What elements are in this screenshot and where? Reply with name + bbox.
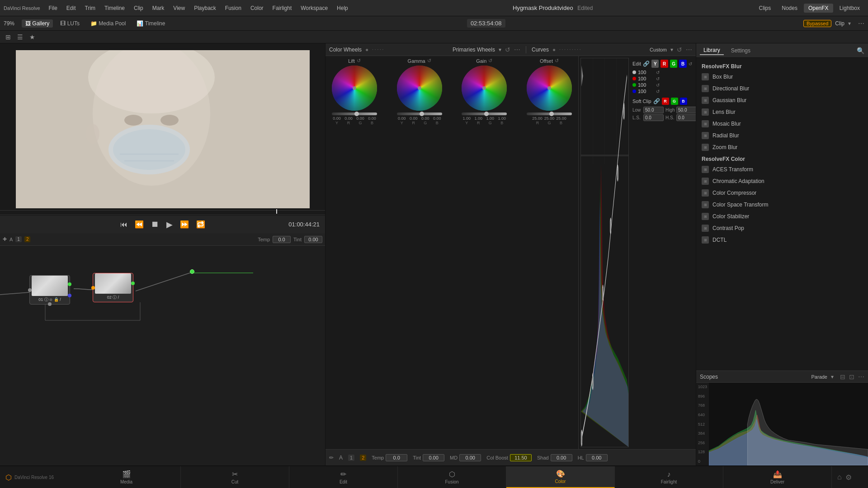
lift-slider[interactable]	[332, 113, 377, 115]
menu-file[interactable]: File	[46, 4, 61, 12]
tint-input[interactable]	[423, 454, 444, 461]
transport-stop[interactable]: ⏹	[151, 220, 159, 229]
menu-edit[interactable]: Edit	[63, 4, 79, 12]
clip-chevron[interactable]: ▾	[848, 20, 851, 27]
softclip-r-btn[interactable]: R	[662, 98, 669, 105]
library-item-radial-blur[interactable]: ⊞ Radial Blur	[696, 130, 868, 141]
curves-display[interactable]	[580, 58, 629, 447]
node-tint-input[interactable]	[304, 236, 322, 243]
star-icon[interactable]: ★	[28, 33, 37, 42]
softclip-low-input[interactable]	[643, 107, 664, 113]
curve-reset-2[interactable]: ↺	[656, 76, 660, 81]
more-options-btn[interactable]: ⋯	[858, 20, 864, 27]
channel-b-btn[interactable]: B	[679, 60, 687, 68]
nav-cut[interactable]: ✂ Cut	[181, 466, 289, 488]
gain-wheel-center[interactable]	[482, 86, 486, 90]
hl-input[interactable]	[586, 454, 608, 461]
color-flag-2[interactable]: 2	[360, 455, 366, 461]
library-item-chromatic-adaptation[interactable]: ⊞ Chromatic Adaptation	[696, 175, 868, 187]
menu-fusion[interactable]: Fusion	[222, 4, 245, 12]
preview-area[interactable]	[0, 43, 325, 215]
gallery-btn[interactable]: 🖼 Gallery	[22, 19, 53, 28]
primaries-chevron[interactable]: ▾	[499, 47, 501, 53]
library-item-aces[interactable]: ⊞ ACES Transform	[696, 164, 868, 175]
grid-icon[interactable]: ⊞	[4, 33, 13, 42]
node-temp-input[interactable]	[273, 236, 291, 243]
node-flag-2[interactable]: 2	[24, 236, 31, 242]
scopes-icon-1[interactable]: ⊟	[840, 373, 845, 380]
nav-fusion[interactable]: ⬡ Fusion	[398, 466, 506, 488]
menu-trim[interactable]: Trim	[82, 4, 99, 12]
softclip-ls-input[interactable]	[643, 114, 664, 121]
primaries-reset[interactable]: ↺	[505, 46, 510, 53]
node-2[interactable]: 02 ⓘ /	[93, 273, 133, 302]
node-2-output-green[interactable]	[131, 282, 135, 285]
node-flag-1[interactable]: 1	[15, 236, 22, 242]
transport-play[interactable]: ▶	[166, 220, 173, 230]
node-tool-curve[interactable]: A	[9, 237, 13, 242]
tab-lightbox[interactable]: Lightbox	[835, 4, 864, 13]
softclip-b-btn[interactable]: B	[680, 98, 687, 105]
shad-input[interactable]	[551, 454, 572, 461]
curves-mode-chevron[interactable]: ▾	[670, 47, 673, 53]
library-item-zoom-blur[interactable]: ⊞ Zoom Blur	[696, 141, 868, 153]
curves-more[interactable]: ⋯	[686, 46, 692, 53]
color-track-1[interactable]: 1	[348, 455, 354, 461]
library-item-color-compressor[interactable]: ⊞ Color Compressor	[696, 187, 868, 199]
gain-color-wheel[interactable]	[462, 66, 507, 111]
library-item-directional-blur[interactable]: ⊞ Directional Blur	[696, 83, 868, 94]
node-editor[interactable]: ✚ A 1 2 Temp Tint	[0, 233, 325, 465]
offset-reset[interactable]: ↺	[555, 58, 559, 64]
curve-reset-1[interactable]: ↺	[656, 70, 660, 75]
tab-nodes[interactable]: Nodes	[777, 4, 802, 13]
gain-reset[interactable]: ↺	[488, 58, 492, 64]
menu-fairlight[interactable]: Fairlight	[269, 4, 295, 12]
channel-g-btn[interactable]: G	[670, 60, 678, 68]
scrubber-area[interactable]	[0, 210, 325, 215]
menu-playback[interactable]: Playback	[191, 4, 219, 12]
nav-deliver[interactable]: 📤 Deliver	[723, 466, 832, 488]
offset-wheel-center[interactable]	[547, 86, 551, 90]
temp-input[interactable]	[386, 454, 407, 461]
menu-workspace[interactable]: Workspace	[297, 4, 331, 12]
scopes-icon-2[interactable]: ⊡	[849, 373, 854, 380]
node-1-output-bottom[interactable]	[48, 302, 52, 306]
softclip-hs-input[interactable]	[676, 114, 696, 121]
scopes-icon-3[interactable]: ⋯	[858, 373, 864, 380]
library-item-box-blur[interactable]: ⊞ Box Blur	[696, 71, 868, 83]
transport-prev[interactable]: ⏪	[135, 220, 144, 229]
library-item-color-stabilizer[interactable]: ⊞ Color Stabilizer	[696, 211, 868, 222]
transport-next[interactable]: ⏩	[180, 220, 189, 229]
menu-clip[interactable]: Clip	[131, 4, 146, 12]
primaries-more[interactable]: ⋯	[514, 46, 520, 53]
nav-color[interactable]: 🎨 Color	[506, 466, 615, 488]
library-item-dctl[interactable]: ⊞ DCTL	[696, 234, 868, 246]
node-output-endpoint[interactable]	[190, 269, 194, 274]
luts-btn[interactable]: 🎞 LUTs	[57, 19, 83, 28]
primaries-wheels-title[interactable]: Primaries Wheels	[453, 47, 495, 53]
menu-color[interactable]: Color	[247, 4, 267, 12]
library-item-lens-blur[interactable]: ⊞ Lens Blur	[696, 106, 868, 118]
gain-slider[interactable]	[462, 113, 507, 115]
offset-slider[interactable]	[527, 113, 572, 115]
tab-openfx[interactable]: OpenFX	[804, 4, 833, 13]
gamma-slider[interactable]	[397, 113, 442, 115]
offset-color-wheel[interactable]	[527, 66, 572, 111]
color-tool-pen[interactable]: ✏	[329, 455, 334, 461]
media-pool-btn[interactable]: 📁 Media Pool	[87, 19, 129, 28]
gamma-color-wheel[interactable]	[397, 66, 442, 111]
menu-view[interactable]: View	[170, 4, 188, 12]
curve-reset-4[interactable]: ↺	[656, 89, 660, 94]
gamma-wheel-center[interactable]	[418, 86, 421, 90]
home-icon[interactable]: ⌂	[837, 473, 842, 481]
node-1[interactable]: 01 ⓘ ⊙ 🔒 /	[29, 275, 70, 305]
tab-clips[interactable]: Clips	[755, 4, 776, 13]
nav-edit[interactable]: ✏ Edit	[289, 466, 398, 488]
menu-timeline[interactable]: Timeline	[101, 4, 128, 12]
edit-link-icon[interactable]: 🔗	[643, 61, 650, 67]
channel-y-btn[interactable]: Y	[651, 60, 659, 68]
color-tool-a[interactable]: A	[339, 455, 343, 461]
softclip-high-input[interactable]	[676, 107, 696, 113]
library-item-contrast-pop[interactable]: ⊞ Contrast Pop	[696, 222, 868, 234]
lift-color-wheel[interactable]	[332, 66, 377, 111]
